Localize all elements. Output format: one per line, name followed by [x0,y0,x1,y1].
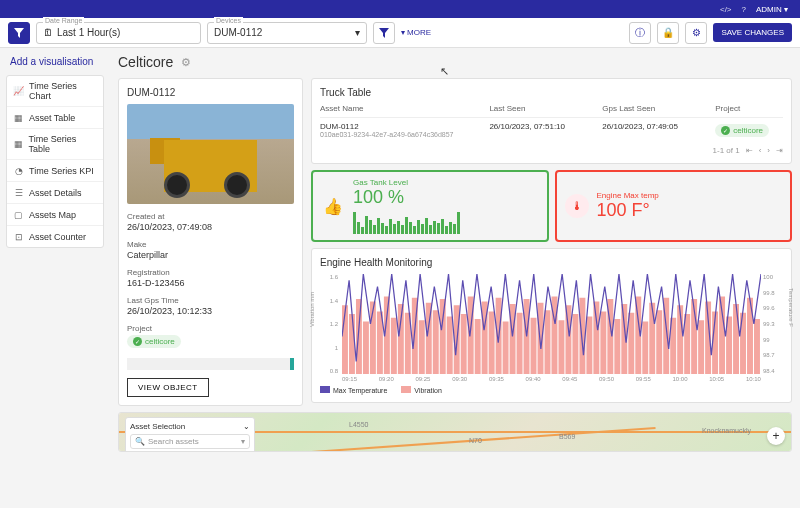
table-icon: ▦ [13,112,24,123]
svg-rect-44 [649,303,655,374]
code-icon[interactable]: </> [720,5,732,14]
app-topbar: </> ? ADMIN ▾ [0,0,800,18]
list-icon: ☰ [13,187,24,198]
pager-next[interactable]: › [767,146,770,155]
svg-rect-56 [733,304,739,374]
asset-card-title: DUM-0112 [127,87,294,98]
sparkline [127,358,294,370]
sidebar-item-assets-map[interactable]: ▢Assets Map [7,204,103,226]
sidebar-item-asset-counter[interactable]: ⊡Asset Counter [7,226,103,247]
svg-rect-8 [398,304,404,374]
table-row[interactable]: DUM-0112010ae031-9234-42e7-a249-6a674c36… [320,118,783,142]
help-icon[interactable]: ? [742,5,746,14]
chart-line-icon: 📈 [13,86,24,97]
toolbar: Date Range 🗓 Last 1 Hour(s) Devices DUM-… [0,18,800,48]
svg-rect-37 [600,312,606,375]
svg-rect-2 [356,299,362,374]
map-icon: ▢ [13,209,24,220]
svg-rect-23 [503,322,509,375]
admin-menu[interactable]: ADMIN ▾ [756,5,788,14]
pager-first[interactable]: ⇤ [746,146,753,155]
filter-alt-icon [379,28,389,38]
svg-rect-3 [363,322,369,375]
svg-rect-27 [531,318,537,374]
sidebar-item-ts-table[interactable]: ▦Time Series Table [7,129,103,160]
view-object-button[interactable]: VIEW OBJECT [127,378,209,397]
svg-rect-11 [419,320,425,374]
table-header: Asset Name Last Seen Gps Last Seen Proje… [320,104,783,118]
asset-image [127,104,294,204]
svg-rect-34 [579,298,585,374]
y-axis-right: 10099.899.699.39998.798.4 [763,274,783,374]
save-changes-button[interactable]: SAVE CHANGES [713,23,792,42]
svg-rect-21 [489,312,495,375]
daterange-value: Last 1 Hour(s) [57,27,120,38]
kpi-gas-tank: 👍 Gas Tank Level 100 % [311,170,549,242]
devices-label: Devices [214,17,243,24]
thumbs-up-icon: 👍 [321,194,345,218]
svg-rect-29 [545,310,551,374]
content-area: Celticore ⚙ DUM-0112 Created at 26/10/20… [110,48,800,508]
project-badge: celticore [127,335,181,348]
sidebar-item-asset-details[interactable]: ☰Asset Details [7,182,103,204]
thermometer-icon: 🌡 [565,194,589,218]
gear-icon: ⚙ [692,27,701,38]
pager-prev[interactable]: ‹ [759,146,762,155]
svg-rect-31 [558,320,564,374]
svg-rect-15 [447,317,453,375]
svg-rect-7 [391,318,397,374]
svg-rect-45 [656,310,662,374]
chevron-down-icon[interactable]: ⌄ [243,422,250,431]
asset-detail-card: DUM-0112 Created at 26/10/2023, 07:49:08… [118,78,303,406]
sidebar-item-ts-chart[interactable]: 📈Time Series Chart [7,76,103,107]
devices-select[interactable]: Devices DUM-0112 ▾ [207,22,367,44]
chevron-down-icon: ▾ [241,437,245,446]
lock-icon: 🔒 [662,27,674,38]
kpi-engine-temp: 🌡 Engine Max temp 100 F° [555,170,793,242]
svg-rect-14 [440,299,446,374]
page-title: Celticore ⚙ [118,54,792,70]
daterange-select[interactable]: Date Range 🗓 Last 1 Hour(s) [36,22,201,44]
assets-map-card: L4550 N70 B569 Knocknamuckly Asset Selec… [118,412,792,452]
pager-last[interactable]: ⇥ [776,146,783,155]
pager: 1-1 of 1 ⇤ ‹ › ⇥ [320,146,783,155]
asset-search-input[interactable]: 🔍 Search assets ▾ [130,434,250,449]
svg-rect-13 [433,310,439,374]
svg-rect-59 [754,319,760,374]
svg-rect-39 [614,319,620,374]
counter-icon: ⊡ [13,231,24,242]
sidebar-item-ts-kpi[interactable]: ◔Time Series KPI [7,160,103,182]
calendar-icon: 🗓 [43,27,53,38]
y-axis-left: 1.61.41.210.8 [320,274,338,374]
lock-button[interactable]: 🔒 [657,22,679,44]
filter-button[interactable] [8,22,30,44]
svg-rect-33 [572,314,578,374]
search-icon: 🔍 [135,437,145,446]
page-settings-icon[interactable]: ⚙ [181,56,191,69]
sidebar-item-asset-table[interactable]: ▦Asset Table [7,107,103,129]
table-icon: ▦ [13,139,24,150]
svg-rect-43 [642,322,648,375]
devices-value: DUM-0112 [214,27,262,38]
svg-rect-25 [517,313,523,374]
svg-rect-35 [586,317,592,375]
svg-rect-1 [349,314,355,374]
svg-rect-51 [698,320,704,374]
engine-health-card: Engine Health Monitoring 1.61.41.210.8 1… [311,248,792,403]
map-zoom-in-button[interactable]: + [767,427,785,445]
info-button[interactable]: ⓘ [629,22,651,44]
x-axis: 09:1509:2009:2509:3009:3509:4009:4509:50… [342,376,761,382]
daterange-label: Date Range [43,17,84,24]
gauge-icon: ◔ [13,165,24,176]
info-icon: ⓘ [635,26,645,40]
more-button[interactable]: ▾ MORE [401,28,431,37]
sidebar-title: Add a visualisation [6,54,104,69]
asset-selection-panel: Asset Selection⌄ 🔍 Search assets ▾ [125,417,255,452]
sidebar: Add a visualisation 📈Time Series Chart ▦… [0,48,110,508]
settings-button[interactable]: ⚙ [685,22,707,44]
chart-plot [342,274,761,374]
kpi-gas-bars [353,210,539,234]
svg-rect-41 [628,313,634,374]
svg-rect-17 [461,314,467,374]
filter-alt-button[interactable] [373,22,395,44]
